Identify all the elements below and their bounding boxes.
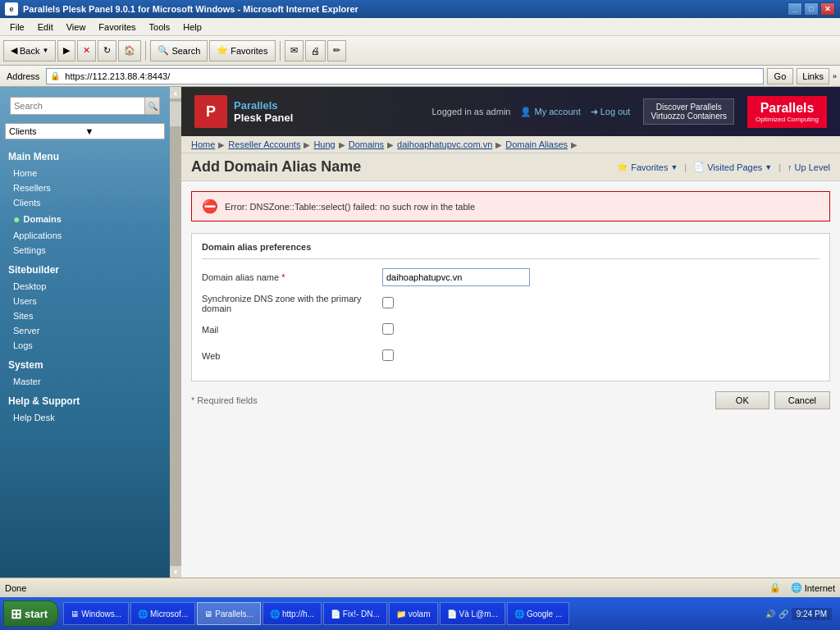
taskbar-item-1[interactable]: 🌐 Microsof... bbox=[130, 602, 195, 625]
ok-button[interactable]: OK bbox=[715, 391, 769, 409]
taskbar-item-2[interactable]: 🖥 Parallels... bbox=[197, 602, 261, 625]
start-label: start bbox=[25, 608, 48, 620]
menu-tools[interactable]: Tools bbox=[143, 21, 177, 34]
domain-alias-name-input[interactable] bbox=[382, 268, 530, 286]
visited-pages-icon: 📄 bbox=[693, 162, 705, 172]
page-title: Add Domain Alias Name bbox=[191, 158, 361, 176]
favorites-button[interactable]: ⭐ Favorites bbox=[209, 40, 275, 62]
web-checkbox[interactable] bbox=[382, 349, 394, 361]
windows-logo-icon: ⊞ bbox=[11, 606, 21, 622]
taskbar-item-0[interactable]: 🖥 Windows... bbox=[63, 602, 129, 625]
section-main-menu: Main Menu bbox=[0, 144, 170, 166]
cancel-button[interactable]: Cancel bbox=[774, 391, 830, 409]
menu-bar: File Edit View Favorites Tools Help bbox=[0, 18, 840, 36]
taskbar-item-4[interactable]: 📄 Fix!- DN... bbox=[323, 602, 387, 625]
mail-button[interactable]: ✉ bbox=[285, 40, 304, 62]
menu-edit[interactable]: Edit bbox=[31, 21, 60, 34]
scrollbar-down-arrow[interactable]: ▼ bbox=[170, 566, 181, 578]
menu-help[interactable]: Help bbox=[176, 21, 208, 34]
search-button-sidebar[interactable]: 🔍 bbox=[144, 98, 159, 114]
sync-dns-checkbox[interactable] bbox=[382, 297, 394, 308]
scrollbar-thumb[interactable] bbox=[170, 102, 181, 126]
taskbar-item-3[interactable]: 🌐 http://h... bbox=[262, 602, 322, 625]
sync-dns-label: Synchronize DNS zone with the primary do… bbox=[202, 294, 382, 313]
favorites-action[interactable]: ⭐ Favorites ▼ bbox=[617, 162, 678, 172]
close-button[interactable]: ✕ bbox=[820, 2, 835, 16]
my-account-link[interactable]: 👤 My account bbox=[520, 107, 580, 117]
menu-favorites[interactable]: Favorites bbox=[92, 21, 142, 34]
sidebar-item-resellers[interactable]: Resellers bbox=[0, 180, 170, 195]
refresh-button[interactable]: ↻ bbox=[98, 40, 116, 62]
menu-view[interactable]: View bbox=[60, 21, 93, 34]
minimize-button[interactable]: _ bbox=[788, 2, 802, 16]
sidebar-container: 🔍 Clients ▼ Main Menu Home Resellers Cli… bbox=[0, 87, 181, 578]
home-button[interactable]: 🏠 bbox=[118, 40, 141, 62]
lock-icon: 🔒 bbox=[769, 582, 781, 593]
sidebar-item-master[interactable]: Master bbox=[0, 374, 170, 389]
sidebar-item-sites[interactable]: Sites bbox=[0, 308, 170, 323]
plesk-logo-icon: P bbox=[194, 95, 227, 128]
sidebar: 🔍 Clients ▼ Main Menu Home Resellers Cli… bbox=[0, 87, 170, 578]
window-controls[interactable]: _ □ ✕ bbox=[788, 2, 835, 16]
status-zone: 🌐 Internet bbox=[791, 582, 835, 593]
scrollbar-up-arrow[interactable]: ▲ bbox=[170, 87, 181, 98]
search-input[interactable] bbox=[11, 101, 144, 111]
taskbar-item-7[interactable]: 🌐 Google ... bbox=[507, 602, 569, 625]
content-area: P Parallels Plesk Panel Logged in as adm… bbox=[181, 87, 840, 578]
sidebar-item-applications[interactable]: Applications bbox=[0, 228, 170, 243]
breadcrumb-home[interactable]: Home bbox=[191, 139, 215, 149]
separator-2 bbox=[280, 41, 281, 61]
sidebar-item-settings[interactable]: Settings bbox=[0, 243, 170, 258]
account-icon: 👤 bbox=[520, 107, 532, 117]
address-label: Address bbox=[3, 71, 43, 81]
forward-button[interactable]: ▶ bbox=[57, 40, 75, 62]
expand-links-icon[interactable]: » bbox=[833, 72, 837, 80]
plesk-header: P Parallels Plesk Panel Logged in as adm… bbox=[181, 87, 840, 136]
taskbar-item-6[interactable]: 📄 Và L@m... bbox=[440, 602, 505, 625]
stop-button[interactable]: ✕ bbox=[77, 40, 96, 62]
sidebar-item-home[interactable]: Home bbox=[0, 166, 170, 180]
sound-icon: 🔊 bbox=[765, 609, 775, 619]
taskbar-item-5[interactable]: 📁 volam bbox=[389, 602, 438, 625]
status-bar: Done 🔒 🌐 Internet bbox=[0, 578, 840, 597]
menu-file[interactable]: File bbox=[3, 21, 31, 34]
breadcrumb-reseller-accounts[interactable]: Reseller Accounts bbox=[228, 139, 300, 149]
sidebar-item-desktop[interactable]: Desktop bbox=[0, 279, 170, 294]
go-button[interactable]: Go bbox=[767, 68, 794, 84]
dropdown-label: Clients bbox=[9, 126, 85, 136]
up-level-action[interactable]: ↑ Up Level bbox=[788, 162, 830, 172]
log-out-link[interactable]: ➜ Log out bbox=[591, 107, 631, 117]
discover-parallels-box[interactable]: Discover Parallels Virtuozzo Containers bbox=[643, 98, 734, 125]
page-actions: ⭐ Favorites ▼ | 📄 Visited Pages ▼ | ↑ Up… bbox=[617, 162, 830, 172]
breadcrumb-hung[interactable]: Hung bbox=[313, 139, 335, 149]
sidebar-item-helpdesk[interactable]: Help Desk bbox=[0, 410, 170, 425]
sidebar-item-server[interactable]: Server bbox=[0, 323, 170, 338]
breadcrumb-domain-aliases[interactable]: Domain Aliases bbox=[505, 139, 568, 149]
parallels-sub: Optimized Computing bbox=[756, 116, 819, 123]
taskbar-items: 🖥 Windows... 🌐 Microsof... 🖥 Parallels..… bbox=[60, 602, 759, 625]
section-system: System bbox=[0, 353, 170, 374]
mail-checkbox[interactable] bbox=[382, 323, 394, 335]
breadcrumb-domain-name[interactable]: daihoaphatupvc.com.vn bbox=[397, 139, 492, 149]
back-button[interactable]: ◀ Back ▼ bbox=[3, 40, 56, 62]
print-button[interactable]: 🖨 bbox=[305, 40, 326, 62]
maximize-button[interactable]: □ bbox=[804, 2, 819, 16]
page-favicon: 🔒 bbox=[48, 70, 62, 83]
visited-pages-action[interactable]: 📄 Visited Pages ▼ bbox=[693, 162, 772, 172]
stop-icon: ✕ bbox=[83, 45, 90, 56]
breadcrumb-domains[interactable]: Domains bbox=[349, 139, 384, 149]
start-button[interactable]: ⊞ start bbox=[3, 600, 58, 627]
address-input[interactable] bbox=[63, 71, 762, 81]
sidebar-item-users[interactable]: Users bbox=[0, 294, 170, 308]
dropdown-arrow-icon: ▼ bbox=[85, 126, 162, 136]
title-bar: e Parallels Plesk Panel 9.0.1 for Micros… bbox=[0, 0, 840, 18]
sidebar-item-domains[interactable]: ● Domains bbox=[0, 210, 170, 228]
edit-button[interactable]: ✏ bbox=[327, 40, 346, 62]
links-button[interactable]: Links bbox=[797, 68, 829, 84]
separator-1 bbox=[145, 41, 146, 61]
clients-dropdown[interactable]: Clients ▼ bbox=[5, 123, 165, 139]
search-button[interactable]: 🔍 Search bbox=[150, 40, 208, 62]
sidebar-item-logs[interactable]: Logs bbox=[0, 338, 170, 353]
sidebar-item-clients[interactable]: Clients bbox=[0, 195, 170, 210]
web-label: Web bbox=[202, 351, 382, 361]
